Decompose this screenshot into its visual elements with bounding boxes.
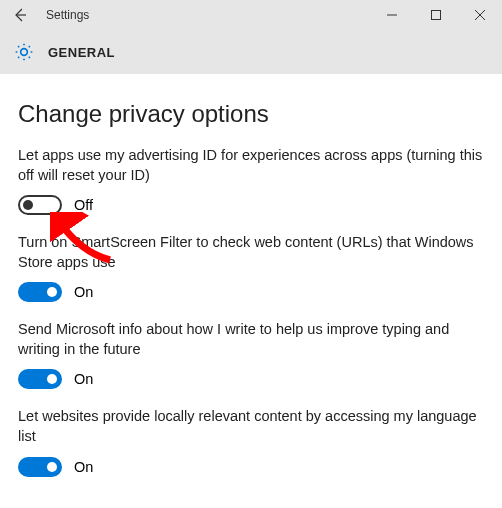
- page-title: Change privacy options: [18, 100, 484, 128]
- minimize-button[interactable]: [370, 0, 414, 30]
- toggle-row: Off: [18, 195, 484, 215]
- typing-info-toggle[interactable]: [18, 369, 62, 389]
- maximize-button[interactable]: [414, 0, 458, 30]
- toggle-state-label: On: [74, 371, 93, 387]
- arrow-left-icon: [12, 7, 28, 23]
- toggle-row: On: [18, 457, 484, 477]
- language-list-toggle[interactable]: [18, 457, 62, 477]
- window-title: Settings: [46, 8, 89, 22]
- svg-rect-0: [432, 11, 441, 20]
- back-button[interactable]: [0, 0, 40, 30]
- section-title: GENERAL: [48, 45, 115, 60]
- content-area: Change privacy options Let apps use my a…: [0, 74, 502, 505]
- setting-description: Send Microsoft info about how I write to…: [18, 320, 484, 359]
- toggle-state-label: Off: [74, 197, 93, 213]
- smartscreen-toggle[interactable]: [18, 282, 62, 302]
- gear-icon: [14, 42, 34, 62]
- setting-description: Turn on SmartScreen Filter to check web …: [18, 233, 484, 272]
- setting-advertising-id: Let apps use my advertising ID for exper…: [18, 146, 484, 215]
- setting-smartscreen: Turn on SmartScreen Filter to check web …: [18, 233, 484, 302]
- toggle-state-label: On: [74, 284, 93, 300]
- setting-language-list: Let websites provide locally relevant co…: [18, 407, 484, 476]
- window-controls: [370, 0, 502, 30]
- close-button[interactable]: [458, 0, 502, 30]
- advertising-id-toggle[interactable]: [18, 195, 62, 215]
- toggle-row: On: [18, 369, 484, 389]
- setting-description: Let websites provide locally relevant co…: [18, 407, 484, 446]
- setting-typing-info: Send Microsoft info about how I write to…: [18, 320, 484, 389]
- setting-description: Let apps use my advertising ID for exper…: [18, 146, 484, 185]
- titlebar: Settings: [0, 0, 502, 30]
- toggle-row: On: [18, 282, 484, 302]
- section-header: GENERAL: [0, 30, 502, 74]
- minimize-icon: [387, 10, 397, 20]
- close-icon: [475, 10, 485, 20]
- toggle-state-label: On: [74, 459, 93, 475]
- maximize-icon: [431, 10, 441, 20]
